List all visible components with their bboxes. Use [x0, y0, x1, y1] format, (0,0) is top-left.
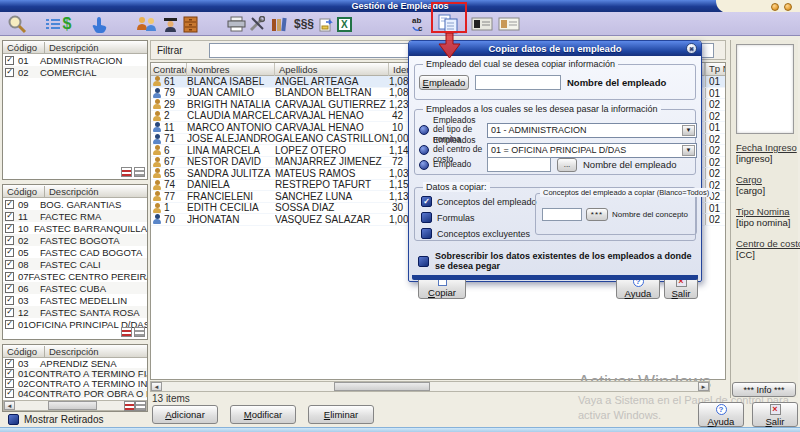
concepto-browse-button[interactable]: *** [586, 208, 608, 221]
minimize-button[interactable] [771, 3, 779, 11]
scroll-left-icon[interactable]: ◄ [4, 401, 15, 410]
column-header-descripcion[interactable]: Descripción [45, 346, 99, 357]
contrato-item[interactable]: 01 CONTRATO A TERMINO FIJO [3, 368, 147, 378]
concepto-input[interactable] [542, 208, 582, 221]
employees-icon[interactable] [135, 14, 157, 34]
checkbox-checked-icon[interactable] [5, 212, 14, 221]
checkbox-checked-icon[interactable] [5, 359, 14, 368]
sobrescribir-checkbox[interactable] [418, 256, 429, 267]
excel-icon[interactable]: X [336, 14, 352, 34]
empleado-browse-button[interactable]: ... [557, 158, 577, 172]
checkbox-checked-icon[interactable] [5, 308, 14, 317]
grid-filter-icon[interactable] [121, 327, 132, 337]
column-header-tpno[interactable]: Tp No [705, 63, 725, 75]
scroll-left-icon[interactable]: ◄ [151, 382, 162, 391]
export-document-icon[interactable] [318, 14, 334, 34]
tipo-nomina-item[interactable]: 01 ADMINISTRACION [3, 54, 147, 66]
tools-icon[interactable] [248, 14, 266, 34]
column-header-descripcion[interactable]: Descripción [45, 186, 99, 197]
maximize-button[interactable] [784, 3, 792, 11]
grid-columns-icon[interactable] [134, 167, 145, 177]
checkbox-checked-icon[interactable] [5, 284, 14, 293]
tipo-nomina-item[interactable]: 02 COMERCIAL [3, 66, 147, 78]
dollar-icon[interactable]: $ [60, 14, 74, 34]
conceptos-excluyentes-checkbox[interactable] [421, 228, 432, 239]
checkbox-checked-icon[interactable] [5, 200, 14, 209]
detail-field: Tipo Nomina [tipo nomina] [736, 206, 796, 228]
grid-filter-icon[interactable] [124, 401, 135, 411]
centro-costo-item[interactable]: 07 FASTEC CENTRO PEREIRA [3, 270, 147, 282]
centro-costo-item[interactable]: 02 FASTEC BOGOTA [3, 234, 147, 246]
checkbox-checked-icon[interactable] [5, 68, 14, 77]
ayuda-button[interactable]: ? Ayuda [698, 402, 744, 427]
hand-select-icon[interactable] [90, 14, 108, 34]
conceptos-empleado-checkbox[interactable] [421, 196, 432, 207]
checkbox-checked-icon[interactable] [5, 379, 14, 388]
grid-columns-icon[interactable] [134, 327, 145, 337]
checkbox-checked-icon[interactable] [5, 389, 14, 398]
empleado-source-input[interactable] [475, 75, 561, 90]
empleado-source-button[interactable]: Empleado [419, 75, 469, 90]
checkbox-checked-icon[interactable] [5, 296, 14, 305]
checkbox-checked-icon[interactable] [5, 260, 14, 269]
centro-costo-item[interactable]: 05 FASTEC CAD BOGOTA [3, 246, 147, 258]
column-header-codigo[interactable]: Código [3, 346, 45, 357]
scroll-right-icon[interactable]: ► [698, 382, 709, 391]
radio-empleado[interactable] [419, 160, 429, 170]
info-button[interactable]: *** Info *** [732, 382, 796, 397]
checkbox-checked-icon[interactable] [5, 56, 14, 65]
contrato-item[interactable]: 03 APRENDIZ SENA [3, 358, 147, 368]
centro-costo-item[interactable]: 10 FASTEC BARRANQUILLA [3, 222, 147, 234]
dropdown-arrow-icon[interactable]: ▼ [682, 125, 695, 136]
column-header-descripcion[interactable]: Descripción [45, 42, 99, 53]
mostrar-retirados-checkbox[interactable]: Mostrar Retirados [8, 414, 103, 425]
dialog-close-icon[interactable]: × [686, 43, 697, 54]
salir-button[interactable]: × Salir [752, 402, 798, 427]
column-header-codigo[interactable]: Código [3, 186, 45, 197]
centro-costo-item[interactable]: 03 FASTEC MEDELLIN [3, 294, 147, 306]
column-header-nombres[interactable]: Nombres [187, 63, 275, 76]
scroll-thumb[interactable] [334, 382, 430, 391]
modificar-button[interactable]: Modificar [230, 405, 296, 424]
checkbox-checked-icon[interactable] [5, 320, 14, 329]
radio-centro-costo[interactable] [419, 145, 429, 155]
checkbox-checked-icon[interactable] [5, 369, 14, 378]
id-badge-dark-icon[interactable] [470, 14, 494, 34]
adicionar-button[interactable]: Adicionar [152, 405, 218, 424]
checkbox-checked-icon[interactable] [5, 248, 14, 257]
checkbox-checked-icon[interactable] [5, 224, 14, 233]
grid-columns-icon[interactable] [135, 401, 146, 411]
contrato-item[interactable]: 04 CONTRATO POR OBRA O LA [3, 388, 147, 398]
checkbox-icon[interactable] [8, 414, 19, 425]
dropdown-arrow-icon[interactable]: ▼ [682, 145, 695, 156]
column-header-apellidos[interactable]: Apellidos [275, 63, 389, 76]
formulas-checkbox[interactable] [421, 212, 432, 223]
centro-costo-item[interactable]: 08 FASTEC CALI [3, 258, 147, 270]
search-icon[interactable] [6, 14, 28, 34]
centro-costo-select[interactable]: 01 = OFICINA PRINCIPAL D/DAS ▼ [487, 143, 697, 158]
column-header-codigo[interactable]: Código [3, 42, 45, 53]
printer-icon[interactable] [226, 14, 246, 34]
archive-cabinet-icon[interactable] [182, 14, 198, 34]
grid-filter-icon[interactable] [121, 167, 132, 177]
table-hscrollbar[interactable]: ◄ ► [150, 381, 710, 392]
payroll-concepts-icon[interactable]: $§§ [292, 14, 316, 34]
scroll-thumb[interactable] [48, 401, 97, 410]
centro-costo-item[interactable]: 11 FACTEC RMA [3, 210, 147, 222]
radio-tipo-nomina[interactable] [419, 125, 429, 135]
contrato-panel-hscrollbar[interactable]: ◄ [3, 400, 147, 411]
spell-abc-icon[interactable]: abc [410, 14, 430, 34]
dialog-bottom-edge [412, 275, 698, 280]
checkbox-checked-icon[interactable] [5, 236, 14, 245]
column-header-contrato[interactable]: Contrato [151, 63, 187, 76]
contrato-item[interactable]: 02 CONTRATO A TERMINO INDE [3, 378, 147, 388]
centro-costo-item[interactable]: 09 BOG. GARANTIAS [3, 198, 147, 210]
empleado-target-input[interactable] [487, 157, 551, 172]
student-icon[interactable] [161, 14, 179, 34]
checkbox-checked-icon[interactable] [5, 272, 14, 281]
books-icon[interactable] [270, 14, 288, 34]
id-badge-photo-icon[interactable] [497, 14, 521, 34]
centro-costo-item[interactable]: 06 FASTEC CUBA [3, 282, 147, 294]
eliminar-button[interactable]: Eliminar [308, 405, 374, 424]
centro-costo-item[interactable]: 12 FASTEC SANTA ROSA [3, 306, 147, 318]
